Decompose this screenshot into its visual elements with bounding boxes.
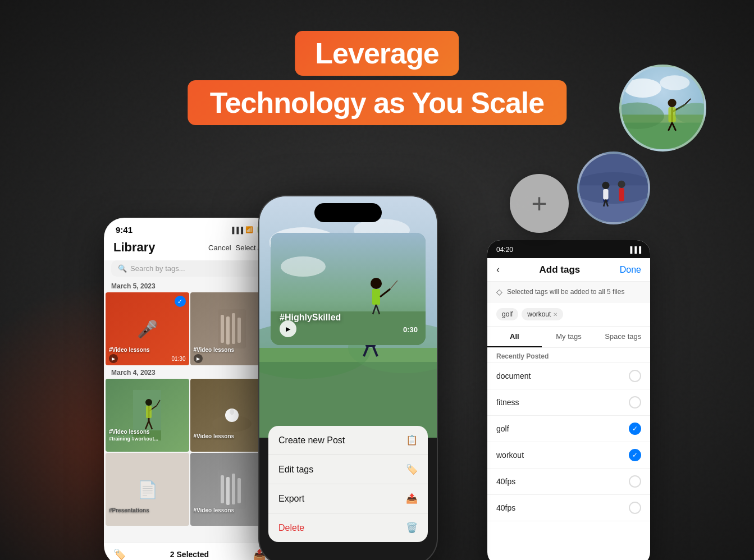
plus-icon: + [531, 190, 547, 217]
tag-remove-icon[interactable]: ✕ [553, 311, 557, 318]
create-post-icon: 📋 [406, 434, 418, 446]
tag-fitness-name: fitness [496, 398, 519, 407]
media-label-1: #Video lessons [109, 347, 150, 353]
svg-point-16 [579, 172, 648, 204]
svg-point-2 [660, 75, 689, 90]
svg-rect-27 [232, 313, 235, 344]
hero-section: Leverage Technology as You Scale [188, 31, 566, 125]
tag-40fps-2-checkbox[interactable] [629, 502, 641, 514]
media-label-2: #Video lessons [194, 347, 235, 353]
tag-item-fitness[interactable]: fitness [487, 389, 650, 416]
tag-golf: golf [496, 308, 518, 320]
video-duration: 0:30 [403, 325, 418, 334]
selected-count: 2 Selected [170, 550, 209, 559]
media-item-5[interactable]: 📄 #Presentations [106, 453, 189, 526]
menu-item-export[interactable]: Export 📤 [268, 484, 428, 513]
media-label-5: #Presentations [109, 507, 149, 513]
media-sublabel-3: #training #workout... [109, 436, 158, 442]
duration-1: 01:30 [171, 356, 185, 362]
signal-icon-right: ▐▐▐ [628, 246, 641, 253]
context-menu: Create new Post 📋 Edit tags 🏷️ Export 📤 … [268, 426, 428, 542]
svg-rect-26 [226, 316, 230, 345]
library-title: Library [113, 240, 156, 255]
tags-time: 04:20 [496, 246, 513, 254]
menu-item-create-post[interactable]: Create new Post 📋 [268, 426, 428, 455]
plus-button[interactable]: + [510, 174, 569, 233]
wifi-icon: 📶 [245, 226, 253, 233]
edit-tags-label: Edit tags [278, 465, 313, 475]
svg-point-19 [618, 181, 625, 188]
avatar-baseball [577, 152, 650, 224]
tag-item-workout[interactable]: workout ✓ [487, 442, 650, 469]
hero-line2-text: Technology as You Scale [210, 86, 544, 119]
tag-40fps-1-checkbox[interactable] [629, 475, 641, 488]
tag-item-document[interactable]: document [487, 363, 650, 389]
date-label-1: March 5, 2023 [104, 279, 275, 292]
svg-rect-21 [603, 189, 608, 200]
search-bar[interactable]: 🔍 Search by tags... [111, 260, 268, 277]
tag-item-golf[interactable]: golf ✓ [487, 416, 650, 442]
done-button[interactable]: Done [620, 265, 641, 275]
tab-my-tags[interactable]: My tags [542, 327, 596, 347]
signal-icon: ▐▐▐ [230, 227, 243, 233]
media-label-6: #Video lessons [194, 507, 235, 513]
tag-item-40fps-2[interactable]: 40fps [487, 495, 650, 521]
hero-line1-text: Leverage [315, 37, 438, 70]
delete-icon: 🗑️ [406, 522, 418, 534]
tag-workout-label: workout [527, 310, 551, 318]
tag-document-checkbox[interactable] [629, 370, 641, 382]
tag-40fps-2-name: 40fps [496, 503, 515, 512]
menu-item-edit-tags[interactable]: Edit tags 🏷️ [268, 455, 428, 484]
video-play-button[interactable]: ▶ [280, 320, 296, 337]
tags-notice: ◇ Selected tags will be added to all 5 f… [487, 282, 650, 302]
tag-bottom-icon[interactable]: 🏷️ [113, 548, 126, 560]
svg-rect-11 [668, 107, 675, 122]
cancel-button[interactable]: Cancel [208, 244, 231, 252]
play-icon-1: ▶ [109, 354, 118, 363]
tag-golf-list-name: golf [496, 424, 509, 433]
tag-item-40fps-1[interactable]: 40fps [487, 469, 650, 495]
svg-point-63 [281, 256, 326, 277]
svg-rect-34 [146, 406, 152, 418]
edit-tags-icon: 🏷️ [406, 463, 418, 475]
phone-add-tags: 04:20 ▐▐▐ ‹ Add tags Done ◇ Selected tag… [487, 240, 650, 560]
tags-status-icons: ▐▐▐ [628, 246, 641, 253]
add-tags-title: Add tags [540, 264, 581, 276]
info-icon: ◇ [496, 287, 502, 296]
tag-golf-label: golf [502, 310, 513, 318]
library-header: Library Cancel Select All [104, 238, 275, 260]
play-icon-2: ▶ [194, 354, 203, 363]
current-tags: golf workout ✕ [487, 302, 650, 327]
tab-space-tags[interactable]: Space tags [596, 327, 650, 347]
hero-line2-container: Technology as You Scale [188, 80, 566, 125]
svg-rect-20 [619, 188, 624, 201]
create-post-label: Create new Post [278, 435, 345, 446]
menu-item-delete[interactable]: Delete 🗑️ [268, 513, 428, 542]
video-thumbnail-card: #HighlySkilled ▶ 0:30 [271, 233, 426, 345]
tag-fitness-checkbox[interactable] [629, 396, 641, 408]
phone-context: #HighlySkilled ▶ 0:30 Create new Post 📋 … [258, 195, 438, 560]
svg-rect-42 [226, 477, 230, 505]
tag-golf-checkbox[interactable]: ✓ [629, 423, 641, 435]
svg-rect-66 [372, 289, 380, 305]
media-label-4: #Video lessons [194, 433, 235, 439]
media-grid-1: 🎤 ✓ #Video lessons ▶ 01:30 ✓ #Video less… [104, 292, 275, 365]
delete-label: Delete [278, 523, 304, 533]
media-item-3[interactable]: #Video lessons #training #workout... [106, 379, 189, 452]
tag-workout-checkbox[interactable]: ✓ [629, 449, 641, 461]
tags-notice-text: Selected tags will be added to all 5 fil… [507, 288, 624, 296]
check-1: ✓ [175, 296, 186, 307]
mic-icon: 🎤 [137, 319, 158, 339]
tag-workout[interactable]: workout ✕ [522, 308, 563, 320]
tag-workout-list-name: workout [496, 451, 524, 460]
dynamic-island [314, 203, 382, 222]
tags-status-bar: 04:20 ▐▐▐ [487, 240, 650, 258]
media-item-1[interactable]: 🎤 ✓ #Video lessons ▶ 01:30 [106, 292, 189, 365]
hero-line1-container: Leverage [295, 31, 459, 76]
back-button[interactable]: ‹ [496, 264, 500, 276]
library-status-bar: 9:41 ▐▐▐ 📶 🔋 [104, 218, 275, 238]
media-label-3: #Video lessons [109, 429, 150, 435]
tab-all[interactable]: All [487, 327, 542, 347]
library-header-actions: Cancel Select All [208, 244, 266, 252]
export-icon: 📤 [406, 493, 418, 504]
